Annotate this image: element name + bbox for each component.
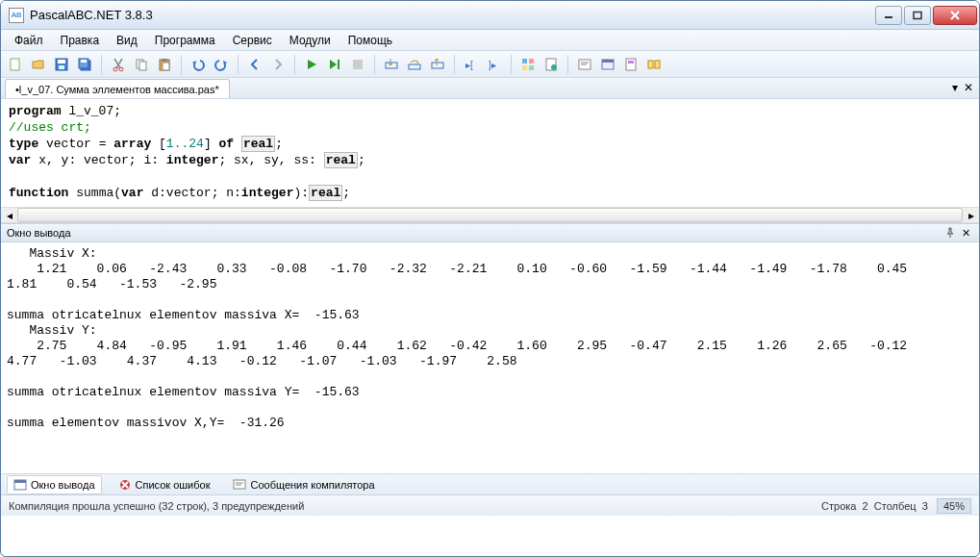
output-tab-icon [13,478,27,492]
scroll-right-icon[interactable]: ▸ [963,208,979,222]
svg-rect-41 [14,480,26,483]
svg-rect-17 [163,63,169,70]
menu-help[interactable]: Помощь [340,32,400,49]
menu-file[interactable]: Файл [7,32,51,49]
svg-text:]▸: ]▸ [489,60,496,70]
copy-icon[interactable] [131,54,152,75]
menu-edit[interactable]: Правка [53,32,108,49]
svg-rect-37 [628,61,634,63]
svg-text:▸[: ▸[ [465,60,473,70]
run-icon[interactable] [301,54,322,75]
svg-rect-21 [409,64,420,69]
status-line-label: Строка [821,500,856,512]
stop-icon[interactable] [347,54,368,75]
output-panel[interactable]: Massiv X: 1.21 0.06 -2.43 0.33 -0.08 -1.… [1,242,979,473]
menu-service[interactable]: Сервис [225,32,280,49]
tab-output[interactable]: Окно вывода [7,475,102,494]
status-line: 2 [863,500,868,512]
pin-icon[interactable] [942,225,958,241]
new-file-icon[interactable] [5,54,26,75]
status-col: 3 [922,500,928,512]
separator [374,55,375,74]
menu-program[interactable]: Программа [147,32,223,49]
separator [511,55,512,74]
window-controls [875,6,977,25]
separator [454,55,455,74]
tab-dropdown-icon[interactable]: ▾ [952,81,958,94]
menubar: Файл Правка Вид Программа Сервис Модули … [1,30,979,51]
keyword: program [9,104,62,118]
svg-rect-16 [162,59,167,62]
compile-icon[interactable] [540,54,562,75]
view-code-icon[interactable] [574,54,595,75]
scroll-thumb[interactable] [17,208,963,222]
file-tab[interactable]: •l_v_07. Сумма эллементов массива.pas* [5,79,230,98]
modules-icon[interactable] [643,54,665,75]
svg-rect-1 [914,12,921,18]
status-col-label: Столбец [874,500,917,512]
output-panel-header: Окно вывода ✕ [1,223,979,242]
minimize-button[interactable] [875,6,902,25]
svg-rect-27 [522,65,527,70]
panel-close-icon[interactable]: ✕ [958,225,973,241]
run-no-debug-icon[interactable] [324,54,345,75]
svg-rect-38 [648,61,653,68]
svg-rect-25 [522,59,527,63]
titlebar: AB PascalABC.NET 3.8.3 [1,1,979,30]
maximize-button[interactable] [904,6,931,25]
nav-back-icon[interactable] [244,54,265,75]
tab-compiler-messages[interactable]: Сообщения компилятора [226,475,381,494]
svg-rect-26 [529,59,534,63]
separator [181,55,182,74]
svg-rect-14 [139,62,146,70]
save-all-icon[interactable] [74,54,95,75]
svg-rect-35 [602,60,614,63]
comment: //uses crt; [9,120,91,135]
menu-modules[interactable]: Модули [282,32,339,49]
svg-rect-36 [626,59,636,70]
paste-icon[interactable] [154,54,175,75]
errors-tab-icon [118,478,132,492]
svg-rect-39 [655,61,660,68]
messages-tab-icon [233,478,246,492]
svg-point-30 [551,64,557,70]
file-tab-label: •l_v_07. Сумма эллементов массива.pas* [15,84,219,95]
statusbar: Компиляция прошла успешно (32 строк), 3 … [1,494,979,516]
grid-icon[interactable] [517,54,539,75]
scroll-left-icon[interactable]: ◂ [1,208,17,222]
window-title: PascalABC.NET 3.8.3 [30,8,875,22]
app-icon: AB [9,8,24,23]
separator [238,55,239,74]
svg-rect-7 [59,65,64,69]
undo-icon[interactable] [188,54,209,75]
step-over-icon[interactable] [404,54,425,75]
bottom-tabstrip: Окно вывода Список ошибок Сообщения комп… [1,473,979,494]
tab-close-icon[interactable]: ✕ [964,81,973,94]
project-icon[interactable] [620,54,641,75]
tab-strip: •l_v_07. Сумма эллементов массива.pas* ▾… [1,78,979,99]
save-icon[interactable] [51,54,72,75]
output-text: Massiv X: 1.21 0.06 -2.43 0.33 -0.08 -1.… [1,242,979,435]
brackets-in-icon[interactable]: ▸[ [461,54,482,75]
svg-point-11 [113,67,117,71]
open-icon[interactable] [28,54,49,75]
editor-hscrollbar[interactable]: ◂ ▸ [1,207,979,223]
svg-rect-18 [338,60,339,69]
svg-point-12 [119,67,123,71]
tab-errors[interactable]: Список ошибок [112,475,217,494]
nav-forward-icon[interactable] [267,54,289,75]
view-form-icon[interactable] [597,54,618,75]
redo-icon[interactable] [211,54,232,75]
brackets-out-icon[interactable]: ]▸ [484,54,505,75]
toolbar: ▸[ ]▸ [1,51,979,78]
step-into-icon[interactable] [381,54,402,75]
close-button[interactable] [933,6,977,25]
menu-view[interactable]: Вид [109,32,145,49]
separator [567,55,568,74]
code-editor[interactable]: program l_v_07; //uses crt; type vector … [1,99,979,207]
svg-rect-20 [386,63,397,68]
step-out-icon[interactable] [427,54,448,75]
separator [294,55,295,74]
cut-icon[interactable] [108,54,129,75]
svg-rect-10 [81,60,87,63]
